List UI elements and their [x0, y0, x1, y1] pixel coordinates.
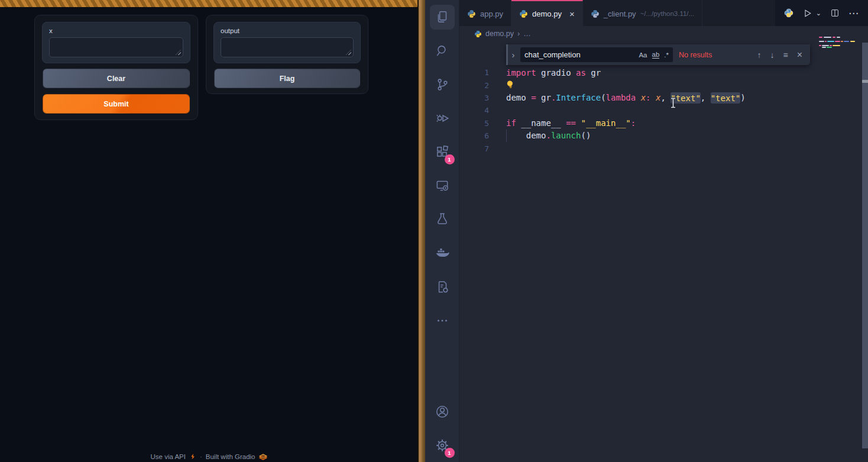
submit-button[interactable]: Submit — [43, 94, 190, 114]
tab-app-py[interactable]: app.py — [459, 0, 511, 26]
split-editor-icon[interactable] — [830, 8, 840, 18]
code-line: 5if __name__ == "__main__": — [459, 117, 868, 130]
whole-word-icon[interactable]: ab — [652, 51, 660, 59]
sidebar-item-docker[interactable] — [425, 236, 459, 270]
sidebar-item-search[interactable] — [425, 34, 459, 67]
minimap-token — [819, 41, 824, 42]
editor-actions: ⌄ ⋯ — [775, 0, 868, 26]
sidebar-item-settings[interactable]: 1 — [425, 428, 459, 462]
minimap[interactable] — [819, 35, 857, 53]
find-next-icon[interactable]: ↓ — [770, 50, 774, 60]
minimap-token — [850, 41, 855, 42]
code-token: , — [701, 93, 711, 102]
sidebar-item-more-views[interactable] — [425, 303, 459, 337]
minimap-token — [825, 41, 827, 42]
match-case-icon[interactable]: Aa — [639, 51, 647, 59]
output-panel: output Flag — [206, 15, 368, 94]
remote-explorer-icon — [435, 178, 450, 193]
gradio-window: x Clear Submit output Flag Use via API ·… — [0, 0, 417, 462]
window-edge-divider — [417, 0, 425, 462]
code-token: == — [566, 118, 576, 128]
code-token: () — [581, 131, 591, 140]
code-token: "__main__" — [581, 118, 630, 128]
explorer-icon — [435, 9, 450, 25]
find-sash[interactable] — [506, 44, 508, 65]
minimap-token — [819, 37, 822, 38]
more-views-ellipsis-icon — [435, 313, 450, 328]
built-with-gradio-link[interactable]: Built with Gradio — [206, 453, 255, 460]
input-textarea[interactable] — [49, 37, 183, 57]
screen: x Clear Submit output Flag Use via API ·… — [0, 0, 868, 462]
python-file-icon — [519, 9, 528, 18]
close-tab-icon[interactable]: × — [569, 9, 575, 19]
code-token — [651, 93, 656, 102]
minimap-token — [830, 45, 832, 46]
tab-client-py[interactable]: _client.py ~/.../python3.11/... — [583, 0, 702, 26]
code-token — [636, 93, 640, 102]
clear-button[interactable]: Clear — [43, 69, 190, 88]
code-token: x — [641, 93, 646, 102]
code-token: as — [576, 68, 586, 77]
code-token: lambda — [606, 93, 636, 102]
output-textarea[interactable] — [221, 37, 354, 57]
find-previous-icon[interactable]: ↑ — [757, 50, 761, 60]
python-logo-icon — [784, 8, 793, 18]
code-editor[interactable]: 1import gradio as gr23demo = gr.Interfac… — [459, 40, 868, 462]
code-text: if __name__ == "__main__": — [506, 118, 636, 128]
sidebar-item-account[interactable] — [425, 395, 459, 428]
toggle-replace-icon[interactable]: › — [506, 50, 520, 60]
resize-handle-icon[interactable] — [346, 50, 351, 55]
testing-beaker-icon — [435, 212, 450, 227]
find-input[interactable]: chat_completion Aa ab .* — [520, 47, 673, 62]
minimap-token — [827, 41, 834, 42]
resize-handle-icon[interactable] — [176, 50, 181, 55]
code-token: __name__ — [516, 118, 566, 128]
settings-badge: 1 — [445, 448, 455, 458]
code-line: 1import gradio as gr — [459, 66, 868, 79]
minimap-token — [837, 37, 840, 38]
breadcrumb-more[interactable]: … — [523, 30, 531, 38]
code-line: 3demo = gr.Interface(lambda x: x, "text"… — [459, 92, 868, 104]
run-debug-icon — [435, 111, 450, 126]
line-number: 6 — [459, 131, 489, 140]
tab-demo-py[interactable]: demo.py × — [511, 0, 583, 26]
breadcrumb[interactable]: demo.py › … — [459, 26, 868, 41]
flag-button[interactable]: Flag — [214, 69, 360, 88]
minimap-token — [822, 47, 826, 48]
tab-label: demo.py — [532, 9, 562, 18]
use-via-api-link[interactable]: Use via API — [150, 453, 185, 460]
minimap-token — [844, 41, 849, 42]
more-actions-icon[interactable]: ⋯ — [848, 7, 859, 20]
search-icon — [435, 43, 450, 59]
code-text: demo = gr.Interface(lambda x: x, "text",… — [506, 93, 746, 102]
python-file-icon — [467, 9, 476, 18]
regex-icon[interactable]: .* — [664, 51, 669, 59]
find-in-selection-icon[interactable]: ≡ — [783, 50, 788, 60]
code-token: "text" — [711, 92, 741, 104]
scrollbar[interactable] — [862, 43, 868, 448]
tab-path-description: ~/.../python3.11/... — [640, 10, 695, 17]
gradio-footer: Use via API · Built with Gradio — [0, 452, 417, 461]
tab-label: _client.py — [604, 9, 636, 18]
scrollbar-thumb[interactable] — [862, 80, 868, 83]
line-number: 1 — [459, 68, 489, 77]
find-query-text[interactable]: chat_completion — [524, 50, 634, 59]
footer-separator: · — [200, 453, 202, 460]
sidebar-item-run-debug[interactable] — [425, 101, 459, 135]
code-token: gradio — [536, 68, 576, 77]
find-close-icon[interactable]: × — [797, 50, 802, 60]
lightbulb-icon[interactable] — [505, 79, 515, 92]
sidebar-item-explorer[interactable] — [425, 0, 459, 34]
breadcrumb-file[interactable]: demo.py — [485, 30, 514, 38]
sidebar-item-dev-container-tools[interactable] — [425, 270, 459, 303]
code-token: , — [660, 93, 671, 102]
code-token: gr — [541, 93, 551, 102]
run-button[interactable] — [802, 8, 812, 18]
python-file-icon — [591, 9, 600, 18]
sidebar-item-testing[interactable] — [425, 202, 459, 236]
sidebar-item-source-control[interactable] — [425, 67, 459, 101]
sidebar-item-remote-explorer[interactable] — [425, 169, 459, 202]
run-dropdown-icon[interactable]: ⌄ — [816, 9, 821, 17]
sidebar-item-extensions[interactable]: 1 — [425, 135, 459, 169]
code-token: "text" — [671, 92, 701, 104]
